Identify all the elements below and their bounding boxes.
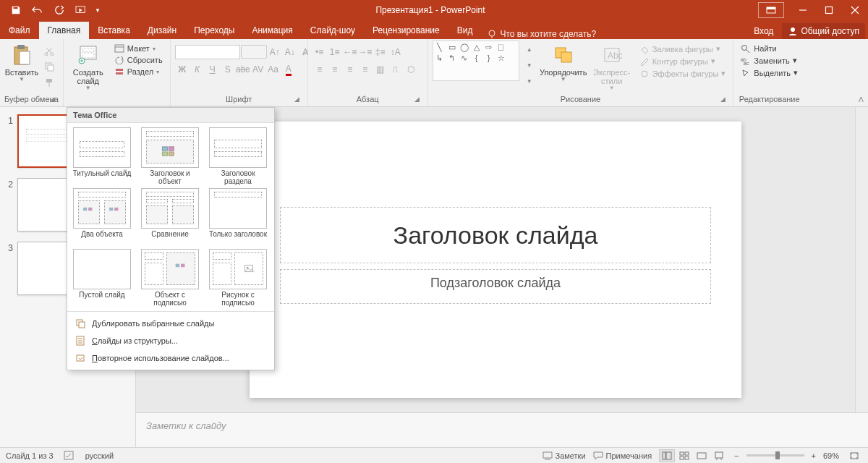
comments-toggle[interactable]: Примечания — [593, 451, 652, 460]
font-name-input[interactable] — [175, 45, 240, 59]
tab-file[interactable]: Файл — [0, 22, 39, 39]
change-case-button[interactable]: Aa — [266, 62, 281, 77]
view-sorter-button[interactable] — [676, 449, 692, 462]
start-from-beginning-button[interactable] — [71, 1, 91, 19]
align-right-button[interactable]: ≡ — [343, 62, 357, 77]
align-left-button[interactable]: ≡ — [312, 62, 327, 77]
paste-button[interactable]: Вставить ▼ — [4, 41, 39, 83]
zoom-out-button[interactable]: − — [734, 451, 739, 460]
find-button[interactable]: Найти — [738, 43, 801, 54]
smartart-button[interactable]: ⬡ — [404, 62, 418, 77]
shapes-more-button[interactable]: ▼ — [522, 74, 537, 88]
drawing-dialog-launcher[interactable]: ◢ — [718, 95, 727, 104]
bold-button[interactable]: Ж — [175, 62, 190, 77]
language-indicator[interactable]: русский — [85, 451, 114, 460]
quick-styles-button[interactable]: Abc Экспресс-стили▼ — [590, 41, 634, 92]
tab-view[interactable]: Вид — [448, 22, 482, 39]
layout-two-content[interactable]: Два объекта — [72, 188, 132, 246]
share-button[interactable]: Общий доступ — [782, 23, 865, 39]
sign-in-link[interactable]: Вход — [748, 23, 779, 39]
undo-button[interactable] — [27, 1, 48, 19]
decrease-font-button[interactable]: A↓ — [283, 45, 297, 59]
tab-home[interactable]: Главная — [39, 22, 90, 39]
tab-slideshow[interactable]: Слайд-шоу — [302, 22, 364, 39]
layout-section-header[interactable]: Заголовок раздела — [208, 127, 268, 185]
save-button[interactable] — [6, 1, 26, 19]
spellcheck-indicator[interactable] — [64, 451, 75, 461]
tab-design[interactable]: Дизайн — [139, 22, 185, 39]
shapes-row-down-button[interactable]: ▼ — [522, 58, 537, 72]
char-spacing-button[interactable]: AV — [251, 62, 265, 77]
layout-content-caption[interactable]: Объект с подписью — [140, 249, 200, 307]
increase-font-button[interactable]: A↑ — [268, 45, 282, 59]
collapse-ribbon-button[interactable]: ᐱ — [859, 95, 864, 103]
layout-comparison[interactable]: Сравнение — [140, 188, 200, 246]
underline-button[interactable]: Ч — [205, 62, 220, 77]
zoom-in-button[interactable]: + — [812, 451, 816, 460]
format-painter-button[interactable] — [42, 75, 56, 90]
maximize-button[interactable] — [816, 0, 842, 20]
numbering-button[interactable]: 1≡ — [328, 45, 342, 59]
strikethrough-button[interactable]: abc — [236, 62, 250, 77]
close-button[interactable] — [842, 0, 868, 20]
ribbon-display-options-button[interactable] — [758, 2, 784, 18]
align-text-button[interactable]: ⎍ — [388, 62, 403, 77]
shape-outline-button[interactable]: Контур фигуры ▾ — [637, 56, 729, 67]
copy-button[interactable] — [42, 59, 56, 74]
layout-button[interactable]: Макет ▾ — [111, 43, 166, 54]
layout-title-content[interactable]: Заголовок и объект — [140, 127, 200, 185]
layout-title-only[interactable]: Только заголовок — [208, 188, 268, 246]
decrease-indent-button[interactable]: ←≡ — [343, 45, 357, 59]
menu-duplicate-slides[interactable]: Дублировать выбранные слайды — [67, 315, 274, 332]
title-placeholder[interactable]: Заголовок слайда — [280, 207, 711, 263]
font-color-button[interactable]: A — [281, 62, 296, 77]
justify-button[interactable]: ≡ — [358, 62, 373, 77]
tell-me-search[interactable]: Что вы хотите сделать? — [481, 29, 602, 39]
notes-toggle[interactable]: Заметки — [542, 451, 586, 460]
menu-reuse-slides[interactable]: Повторное использование слайдов... — [67, 349, 274, 367]
tab-insert[interactable]: Вставка — [89, 22, 139, 39]
columns-button[interactable]: ▥ — [373, 62, 388, 77]
slide-counter[interactable]: Слайд 1 из 3 — [6, 451, 54, 460]
tab-animations[interactable]: Анимация — [243, 22, 301, 39]
zoom-slider[interactable] — [746, 454, 804, 456]
view-normal-button[interactable] — [659, 449, 675, 462]
layout-picture-caption[interactable]: Рисунок с подписью — [208, 249, 268, 307]
tab-review[interactable]: Рецензирование — [364, 22, 448, 39]
replace-button[interactable]: abacЗаменить ▾ — [738, 55, 801, 66]
cut-button[interactable] — [42, 43, 56, 58]
menu-slides-from-outline[interactable]: Слайды из структуры... — [67, 332, 274, 349]
layout-blank[interactable]: Пустой слайд — [72, 249, 132, 307]
zoom-level[interactable]: 69% — [823, 451, 839, 460]
font-dialog-launcher[interactable]: ◢ — [293, 95, 302, 104]
shapes-row-up-button[interactable]: ▲ — [522, 42, 537, 56]
shapes-gallery[interactable]: ╲ ▭ ◯ △ ⇨ ⎕ ↳ ↰ ∿ { } ☆ — [433, 41, 519, 81]
reset-button[interactable]: Сбросить — [111, 55, 166, 65]
layout-title-slide[interactable]: Титульный слайд — [72, 127, 132, 185]
paragraph-dialog-launcher[interactable]: ◢ — [413, 95, 422, 104]
notes-pane[interactable]: Заметки к слайду — [136, 412, 868, 447]
shape-effects-button[interactable]: Эффекты фигуры ▾ — [637, 68, 729, 79]
subtitle-placeholder[interactable]: Подзаголовок слайда — [280, 269, 711, 304]
view-slideshow-button[interactable] — [711, 449, 727, 462]
view-reading-button[interactable] — [694, 449, 710, 462]
arrange-button[interactable]: Упорядочить▼ — [540, 41, 587, 83]
increase-indent-button[interactable]: →≡ — [358, 45, 373, 59]
section-button[interactable]: Раздел ▾ — [111, 67, 166, 77]
tab-transitions[interactable]: Переходы — [185, 22, 243, 39]
bullets-button[interactable]: •≡ — [312, 45, 327, 59]
qat-customize-button[interactable]: ▼ — [93, 1, 103, 19]
fit-to-window-button[interactable] — [846, 449, 862, 462]
font-size-input[interactable] — [241, 45, 267, 59]
clipboard-dialog-launcher[interactable]: ◢ — [48, 95, 57, 104]
align-center-button[interactable]: ≡ — [328, 62, 342, 77]
shape-fill-button[interactable]: Заливка фигуры ▾ — [637, 43, 729, 54]
vertical-scrollbar[interactable] — [855, 107, 868, 412]
select-button[interactable]: Выделить ▾ — [738, 67, 801, 78]
text-direction-button[interactable]: ↕A — [388, 45, 403, 59]
minimize-button[interactable] — [790, 0, 816, 20]
redo-button[interactable] — [49, 1, 69, 19]
italic-button[interactable]: К — [190, 62, 205, 77]
line-spacing-button[interactable]: ‡≡ — [373, 45, 388, 59]
shadow-button[interactable]: S — [221, 62, 235, 77]
